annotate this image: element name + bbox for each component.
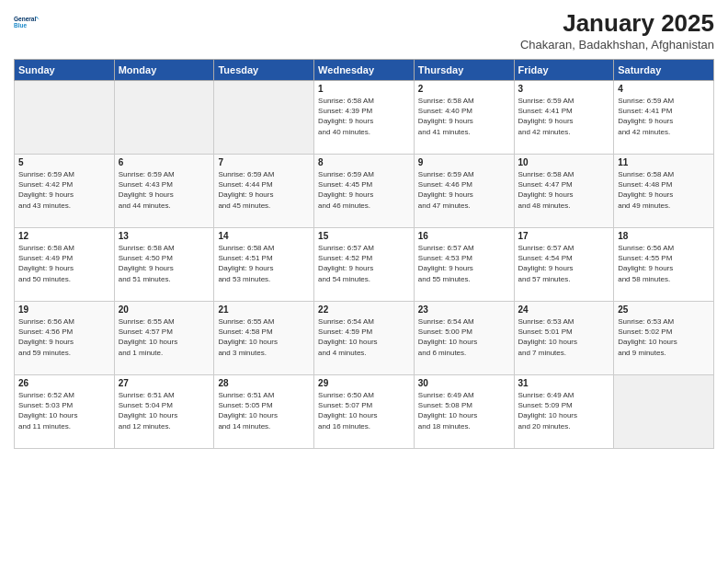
svg-text:General: General	[14, 16, 36, 22]
day-info: Sunrise: 6:52 AM Sunset: 5:03 PM Dayligh…	[18, 390, 110, 431]
day-number: 8	[318, 157, 410, 167]
day-number: 19	[18, 304, 110, 315]
calendar-day-header: Friday	[514, 60, 614, 81]
day-info: Sunrise: 6:49 AM Sunset: 5:09 PM Dayligh…	[518, 390, 610, 431]
calendar-week-row: 12Sunrise: 6:58 AM Sunset: 4:49 PM Dayli…	[15, 228, 714, 302]
day-info: Sunrise: 6:57 AM Sunset: 4:53 PM Dayligh…	[418, 243, 510, 284]
calendar-day-cell	[114, 81, 214, 155]
calendar-day-header: Monday	[114, 60, 214, 81]
day-number: 17	[518, 231, 610, 241]
calendar-table: SundayMondayTuesdayWednesdayThursdayFrid…	[14, 59, 714, 449]
day-number: 30	[418, 378, 510, 388]
calendar-day-cell: 7Sunrise: 6:59 AM Sunset: 4:44 PM Daylig…	[214, 155, 314, 228]
day-number: 10	[518, 157, 610, 167]
day-info: Sunrise: 6:49 AM Sunset: 5:08 PM Dayligh…	[418, 390, 510, 431]
calendar-week-row: 26Sunrise: 6:52 AM Sunset: 5:03 PM Dayli…	[15, 375, 714, 449]
day-number: 16	[418, 231, 510, 241]
page-subtitle: Chakaran, Badakhshan, Afghanistan	[520, 38, 714, 52]
day-info: Sunrise: 6:59 AM Sunset: 4:45 PM Dayligh…	[318, 169, 410, 211]
day-info: Sunrise: 6:54 AM Sunset: 5:00 PM Dayligh…	[418, 316, 510, 358]
calendar-day-cell: 17Sunrise: 6:57 AM Sunset: 4:54 PM Dayli…	[514, 228, 614, 302]
day-info: Sunrise: 6:58 AM Sunset: 4:40 PM Dayligh…	[418, 96, 510, 137]
calendar-day-header: Wednesday	[314, 60, 415, 81]
calendar-day-cell: 27Sunrise: 6:51 AM Sunset: 5:04 PM Dayli…	[114, 375, 214, 449]
day-number: 25	[618, 304, 710, 315]
day-number: 24	[518, 304, 610, 315]
calendar-day-cell: 21Sunrise: 6:55 AM Sunset: 4:58 PM Dayli…	[214, 302, 314, 375]
calendar-day-header: Tuesday	[214, 60, 314, 81]
day-number: 2	[418, 84, 510, 94]
day-number: 28	[218, 378, 310, 388]
day-number: 20	[119, 304, 210, 315]
day-info: Sunrise: 6:59 AM Sunset: 4:43 PM Dayligh…	[119, 169, 210, 211]
calendar-day-cell: 19Sunrise: 6:56 AM Sunset: 4:56 PM Dayli…	[15, 302, 115, 375]
calendar-day-header: Thursday	[414, 60, 514, 81]
calendar-day-cell: 30Sunrise: 6:49 AM Sunset: 5:08 PM Dayli…	[414, 375, 514, 449]
day-number: 9	[418, 157, 510, 167]
calendar-day-cell: 9Sunrise: 6:59 AM Sunset: 4:46 PM Daylig…	[414, 155, 514, 228]
day-number: 4	[618, 84, 710, 94]
day-info: Sunrise: 6:58 AM Sunset: 4:51 PM Dayligh…	[218, 243, 310, 284]
day-info: Sunrise: 6:57 AM Sunset: 4:52 PM Dayligh…	[318, 243, 410, 284]
page-title: January 2025	[520, 9, 714, 38]
calendar-day-cell: 13Sunrise: 6:58 AM Sunset: 4:50 PM Dayli…	[114, 228, 214, 302]
calendar-day-cell	[15, 81, 115, 155]
calendar-day-cell: 5Sunrise: 6:59 AM Sunset: 4:42 PM Daylig…	[15, 155, 115, 228]
day-info: Sunrise: 6:59 AM Sunset: 4:44 PM Dayligh…	[218, 169, 310, 211]
calendar-day-cell: 26Sunrise: 6:52 AM Sunset: 5:03 PM Dayli…	[15, 375, 115, 449]
calendar-day-cell: 3Sunrise: 6:59 AM Sunset: 4:41 PM Daylig…	[514, 81, 614, 155]
logo: GeneralBlue	[14, 9, 40, 35]
day-info: Sunrise: 6:53 AM Sunset: 5:01 PM Dayligh…	[518, 316, 610, 358]
calendar-day-cell: 16Sunrise: 6:57 AM Sunset: 4:53 PM Dayli…	[414, 228, 514, 302]
day-info: Sunrise: 6:56 AM Sunset: 4:56 PM Dayligh…	[18, 316, 110, 358]
day-info: Sunrise: 6:59 AM Sunset: 4:42 PM Dayligh…	[18, 169, 110, 211]
day-info: Sunrise: 6:59 AM Sunset: 4:41 PM Dayligh…	[618, 96, 710, 137]
calendar-day-cell	[214, 81, 314, 155]
calendar-day-cell: 23Sunrise: 6:54 AM Sunset: 5:00 PM Dayli…	[414, 302, 514, 375]
day-number: 5	[18, 157, 110, 167]
calendar-day-cell: 15Sunrise: 6:57 AM Sunset: 4:52 PM Dayli…	[314, 228, 415, 302]
calendar-day-cell: 29Sunrise: 6:50 AM Sunset: 5:07 PM Dayli…	[314, 375, 415, 449]
title-block: January 2025 Chakaran, Badakhshan, Afgha…	[520, 9, 714, 52]
calendar-day-cell: 6Sunrise: 6:59 AM Sunset: 4:43 PM Daylig…	[114, 155, 214, 228]
calendar-day-cell: 1Sunrise: 6:58 AM Sunset: 4:39 PM Daylig…	[314, 81, 415, 155]
calendar-week-row: 5Sunrise: 6:59 AM Sunset: 4:42 PM Daylig…	[15, 155, 714, 228]
day-number: 23	[418, 304, 510, 315]
page-header: GeneralBlue January 2025 Chakaran, Badak…	[14, 9, 714, 52]
day-number: 7	[218, 157, 310, 167]
calendar-day-cell: 31Sunrise: 6:49 AM Sunset: 5:09 PM Dayli…	[514, 375, 614, 449]
day-number: 27	[119, 378, 210, 388]
logo-icon: GeneralBlue	[14, 9, 40, 35]
calendar-day-cell: 2Sunrise: 6:58 AM Sunset: 4:40 PM Daylig…	[414, 81, 514, 155]
calendar-day-cell: 25Sunrise: 6:53 AM Sunset: 5:02 PM Dayli…	[614, 302, 714, 375]
day-number: 26	[18, 378, 110, 388]
day-info: Sunrise: 6:50 AM Sunset: 5:07 PM Dayligh…	[318, 390, 410, 431]
calendar-day-cell	[614, 375, 714, 449]
day-number: 21	[218, 304, 310, 315]
calendar-week-row: 19Sunrise: 6:56 AM Sunset: 4:56 PM Dayli…	[15, 302, 714, 375]
day-info: Sunrise: 6:59 AM Sunset: 4:41 PM Dayligh…	[518, 96, 610, 137]
day-number: 12	[18, 231, 110, 241]
day-info: Sunrise: 6:53 AM Sunset: 5:02 PM Dayligh…	[618, 316, 710, 358]
day-number: 14	[218, 231, 310, 241]
calendar-day-cell: 14Sunrise: 6:58 AM Sunset: 4:51 PM Dayli…	[214, 228, 314, 302]
calendar-day-cell: 4Sunrise: 6:59 AM Sunset: 4:41 PM Daylig…	[614, 81, 714, 155]
day-info: Sunrise: 6:59 AM Sunset: 4:46 PM Dayligh…	[418, 169, 510, 211]
day-number: 29	[318, 378, 410, 388]
day-number: 6	[119, 157, 210, 167]
calendar-day-cell: 20Sunrise: 6:55 AM Sunset: 4:57 PM Dayli…	[114, 302, 214, 375]
calendar-day-cell: 24Sunrise: 6:53 AM Sunset: 5:01 PM Dayli…	[514, 302, 614, 375]
day-number: 22	[318, 304, 410, 315]
calendar-day-cell: 8Sunrise: 6:59 AM Sunset: 4:45 PM Daylig…	[314, 155, 415, 228]
day-info: Sunrise: 6:58 AM Sunset: 4:47 PM Dayligh…	[518, 169, 610, 211]
day-info: Sunrise: 6:58 AM Sunset: 4:48 PM Dayligh…	[618, 169, 710, 211]
calendar-header-row: SundayMondayTuesdayWednesdayThursdayFrid…	[15, 60, 714, 81]
day-number: 3	[518, 84, 610, 94]
day-number: 13	[119, 231, 210, 241]
day-info: Sunrise: 6:51 AM Sunset: 5:04 PM Dayligh…	[119, 390, 210, 431]
calendar-day-cell: 10Sunrise: 6:58 AM Sunset: 4:47 PM Dayli…	[514, 155, 614, 228]
calendar-day-cell: 11Sunrise: 6:58 AM Sunset: 4:48 PM Dayli…	[614, 155, 714, 228]
day-number: 11	[618, 157, 710, 167]
day-info: Sunrise: 6:56 AM Sunset: 4:55 PM Dayligh…	[618, 243, 710, 284]
calendar-week-row: 1Sunrise: 6:58 AM Sunset: 4:39 PM Daylig…	[15, 81, 714, 155]
